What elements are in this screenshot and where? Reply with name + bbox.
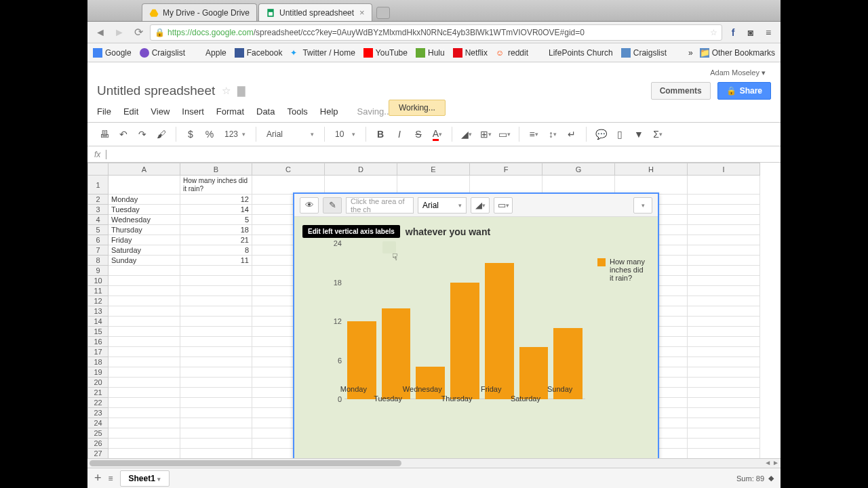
bookmark-hulu[interactable]: Hulu xyxy=(416,48,445,58)
cell-I10[interactable] xyxy=(688,276,760,286)
y-axis[interactable]: 06121824 xyxy=(324,243,342,399)
bookmark-craigslist2[interactable]: Craigslist xyxy=(621,48,667,58)
undo-icon[interactable]: ↶ xyxy=(116,127,131,142)
row-header-15[interactable]: 15 xyxy=(88,327,108,337)
fill-color-icon[interactable]: ◢▾ xyxy=(459,127,474,142)
row-header-2[interactable]: 2 xyxy=(88,195,108,205)
cell-A16[interactable] xyxy=(108,337,180,347)
chart-menu-icon[interactable]: ▾ xyxy=(633,197,652,214)
italic-icon[interactable]: I xyxy=(392,127,407,142)
all-sheets-button[interactable]: ≡ xyxy=(108,474,113,483)
cell-B14[interactable] xyxy=(180,317,252,327)
cell-B20[interactable] xyxy=(180,378,252,388)
user-menu[interactable]: Adam Moseley ▾ xyxy=(710,68,766,77)
cell-I2[interactable] xyxy=(688,195,760,205)
col-header-I[interactable]: I xyxy=(688,163,760,176)
row-header-22[interactable]: 22 xyxy=(88,398,108,408)
functions-icon[interactable]: Σ▾ xyxy=(650,127,665,142)
cell-A23[interactable] xyxy=(108,408,180,418)
col-header-H[interactable]: H xyxy=(615,163,688,176)
cell-A5[interactable]: Thursday xyxy=(108,225,180,235)
cell-B9[interactable] xyxy=(180,266,252,276)
cell-B19[interactable] xyxy=(180,367,252,378)
cell-A19[interactable] xyxy=(108,367,180,378)
facebook-ext-icon[interactable]: f xyxy=(726,26,740,39)
reload-button[interactable]: ⟳ xyxy=(131,25,146,40)
row-header-17[interactable]: 17 xyxy=(88,347,108,357)
cell-B1[interactable]: How many inches did it rain? xyxy=(180,176,252,195)
cell-I6[interactable] xyxy=(688,235,760,245)
horizontal-scrollbar[interactable]: ◄► xyxy=(87,458,781,468)
cell-B15[interactable] xyxy=(180,327,252,337)
row-header-7[interactable]: 7 xyxy=(88,245,108,256)
cell-A18[interactable] xyxy=(108,357,180,367)
text-color-icon[interactable]: A▾ xyxy=(430,127,445,142)
cell-B23[interactable] xyxy=(180,408,252,418)
merge-icon[interactable]: ▭▾ xyxy=(497,127,512,142)
cell-A3[interactable]: Tuesday xyxy=(108,205,180,215)
chart-bars[interactable] xyxy=(344,243,585,399)
cell-I27[interactable] xyxy=(688,449,760,459)
chart-body[interactable]: Edit left vertical axis labels whatever … xyxy=(294,217,658,458)
row-header-23[interactable]: 23 xyxy=(88,408,108,418)
cell-B12[interactable] xyxy=(180,296,252,306)
chart-title[interactable]: whatever you want xyxy=(406,226,490,237)
cell-I8[interactable] xyxy=(688,256,760,266)
cell-B8[interactable]: 11 xyxy=(180,256,252,266)
comments-button[interactable]: Comments xyxy=(651,82,711,100)
cell-A22[interactable] xyxy=(108,398,180,408)
menu-view[interactable]: View xyxy=(151,106,170,117)
cell-B2[interactable]: 12 xyxy=(180,195,252,205)
font-size-select[interactable]: 10▾ xyxy=(332,127,359,142)
row-header-3[interactable]: 3 xyxy=(88,205,108,215)
chart-legend[interactable]: How many inches did it rain? xyxy=(597,258,648,282)
chart-frame[interactable]: 👁 ✎ Click the area of the ch Arial▾ ◢▾ ▭… xyxy=(293,192,659,458)
status-dropdown-icon[interactable]: ◆ xyxy=(768,474,774,483)
row-header-19[interactable]: 19 xyxy=(88,367,108,378)
cell-A20[interactable] xyxy=(108,378,180,388)
chart-fill-icon[interactable]: ◢▾ xyxy=(471,197,490,214)
cell-B13[interactable] xyxy=(180,306,252,317)
cell-I25[interactable] xyxy=(688,428,760,439)
cell-I14[interactable] xyxy=(688,317,760,327)
cell-A25[interactable] xyxy=(108,428,180,439)
cell-I16[interactable] xyxy=(688,337,760,347)
row-header-11[interactable]: 11 xyxy=(88,286,108,296)
chart-icon[interactable]: ▯ xyxy=(612,127,627,142)
cell-H1[interactable] xyxy=(615,176,688,195)
bookmark-lifepoints[interactable]: LifePoints Church xyxy=(536,48,613,58)
col-header-A[interactable]: A xyxy=(108,163,180,176)
menu-help[interactable]: Help xyxy=(320,106,338,117)
cell-B11[interactable] xyxy=(180,286,252,296)
cell-B24[interactable] xyxy=(180,418,252,428)
cell-B26[interactable] xyxy=(180,439,252,449)
cell-F1[interactable] xyxy=(470,176,542,195)
paint-format-icon[interactable]: 🖌 xyxy=(154,127,169,142)
cell-A27[interactable] xyxy=(108,449,180,459)
bar-Saturday[interactable] xyxy=(519,347,549,399)
sheet-tab[interactable]: Sheet1 ▾ xyxy=(120,470,170,487)
cell-I26[interactable] xyxy=(688,439,760,449)
menu-edit[interactable]: Edit xyxy=(123,106,138,117)
cell-I22[interactable] xyxy=(688,398,760,408)
back-button[interactable]: ◄ xyxy=(93,25,108,40)
cell-B25[interactable] xyxy=(180,428,252,439)
chart-area-select[interactable]: Click the area of the ch xyxy=(346,197,414,214)
chart-edit-icon[interactable]: ✎ xyxy=(323,197,342,214)
cell-I3[interactable] xyxy=(688,205,760,215)
cell-I4[interactable] xyxy=(688,215,760,225)
col-header-C[interactable]: C xyxy=(252,163,325,176)
cell-I5[interactable] xyxy=(688,225,760,235)
bookmark-craigslist[interactable]: Craigslist xyxy=(140,48,185,58)
row-header-25[interactable]: 25 xyxy=(88,428,108,439)
chart-view-icon[interactable]: 👁 xyxy=(300,197,319,214)
wrap-icon[interactable]: ↵ xyxy=(564,127,579,142)
cell-B10[interactable] xyxy=(180,276,252,286)
cell-A21[interactable] xyxy=(108,388,180,398)
cell-I19[interactable] xyxy=(688,367,760,378)
cell-A15[interactable] xyxy=(108,327,180,337)
menu-tools[interactable]: Tools xyxy=(287,106,307,117)
row-header-21[interactable]: 21 xyxy=(88,388,108,398)
cell-A11[interactable] xyxy=(108,286,180,296)
cell-D1[interactable] xyxy=(325,176,397,195)
